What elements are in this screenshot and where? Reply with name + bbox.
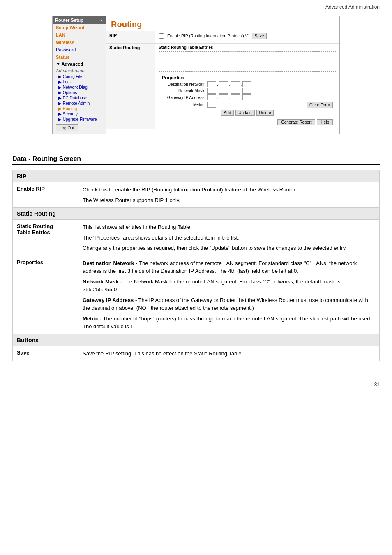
clear-form-button[interactable]: Clear Form <box>307 102 333 108</box>
prop-gateway-label: Gateway IP Address: <box>162 95 207 100</box>
sidebar-item-config-file[interactable]: ▶ Config File <box>53 74 106 79</box>
static-routing-subtitle: Static Routing Table Entries <box>159 45 336 50</box>
prop-mask-inputs: . . . <box>207 88 251 94</box>
table-row: Enable RIP Check this to enable the RIP … <box>13 182 380 208</box>
static-routing-content: Static Routing Table Entries Properties … <box>155 44 339 129</box>
prop-destination-label: Destination Network: <box>162 82 207 87</box>
table-row: RIP <box>13 170 380 182</box>
sidebar-item-wireless[interactable]: Wireless <box>53 39 106 46</box>
sidebar-item-pc-database[interactable]: ▶ PC Database <box>53 95 106 101</box>
sidebar-item-routing[interactable]: ▶ Routing <box>53 106 106 111</box>
rip-content: Enable RIP (Routing Information Protocol… <box>155 31 339 43</box>
header-title: Advanced Administration <box>325 4 380 10</box>
sidebar-advanced-label: ▼ Advanced <box>53 61 106 67</box>
sidebar-logout-area: Log Out <box>56 124 102 131</box>
prop-gw-4[interactable] <box>242 94 251 100</box>
table-row: Static Routing <box>13 208 380 220</box>
enable-rip-content: Check this to enable the RIP (Routing In… <box>78 182 380 208</box>
dest-network-text: Destination Network - The network addres… <box>83 259 375 275</box>
logout-button[interactable]: Log Out <box>56 124 78 131</box>
bottom-buttons: Generate Report Help <box>159 117 336 127</box>
prop-dest-4[interactable] <box>242 81 251 87</box>
static-routing-table-label: Static RoutingTable Entries <box>13 220 78 256</box>
prop-gw-2[interactable] <box>219 94 228 100</box>
prop-network-mask-label: Network Mask: <box>162 89 207 93</box>
sidebar-item-setup-wizard[interactable]: Setup Wizard <box>53 24 106 31</box>
page-number: 81 <box>0 378 392 391</box>
sidebar-arrow-icon: ▲ <box>99 18 103 22</box>
prop-gateway-row: Gateway IP Address: . . . <box>162 94 333 100</box>
static-routing-row: Static Routing Static Routing Table Entr… <box>106 44 339 129</box>
doc-table: RIP Enable RIP Check this to enable the … <box>12 170 380 361</box>
prop-metric-label: Metric: <box>162 102 207 107</box>
properties-section: Properties Destination Network: . . . <box>159 74 336 117</box>
prop-mask-2[interactable] <box>219 88 228 94</box>
save-doc-label: Save <box>13 346 78 361</box>
static-routing-section-header: Static Routing <box>13 208 380 220</box>
rip-section-header: RIP <box>13 170 380 182</box>
rip-label: RIP <box>106 31 155 43</box>
doc-title: Data - Routing Screen <box>12 155 380 165</box>
table-row: Properties Destination Network - The net… <box>13 256 380 334</box>
main-panel: Routing RIP Enable RIP (Routing Informat… <box>106 16 339 134</box>
prop-gw-3[interactable] <box>231 94 240 100</box>
sidebar-item-security[interactable]: ▶ Security <box>53 111 106 117</box>
save-doc-content: Save the RIP setting. This has no effect… <box>78 346 380 361</box>
prop-dest-1[interactable] <box>207 81 216 87</box>
static-routing-table-entries[interactable] <box>159 51 336 72</box>
page-header: Advanced Administration <box>0 0 392 12</box>
prop-mask-3[interactable] <box>231 88 240 94</box>
sidebar-item-lan[interactable]: LAN <box>53 31 106 39</box>
sidebar-item-upgrade-firmware[interactable]: ▶ Upgrade Firmware <box>53 117 106 122</box>
sidebar-header: Router Setup ▲ <box>53 16 106 24</box>
sidebar: Router Setup ▲ Setup Wizard LAN Wireless… <box>53 16 106 134</box>
prop-destination-row: Destination Network: . . . <box>162 81 333 87</box>
help-button[interactable]: Help <box>317 119 333 125</box>
rip-checkbox-label: Enable RIP (Routing Information Protocol… <box>167 34 250 38</box>
network-mask-text: Network Mask - The Network Mask for the … <box>83 278 375 294</box>
prop-mask-4[interactable] <box>242 88 251 94</box>
router-ui-screenshot: Router Setup ▲ Setup Wizard LAN Wireless… <box>52 16 340 134</box>
sidebar-item-network-diag[interactable]: ▶ Network Diag <box>53 85 106 90</box>
properties-doc-label: Properties <box>13 256 78 334</box>
enable-rip-text-2: The Wireless Router supports RIP 1 only. <box>83 196 375 205</box>
rip-enable-checkbox[interactable] <box>159 33 164 39</box>
properties-title: Properties <box>162 75 333 80</box>
prop-dest-3[interactable] <box>231 81 240 87</box>
delete-button[interactable]: Delete <box>256 110 274 116</box>
static-text-3: Change any the properties as required, t… <box>83 244 375 252</box>
enable-rip-label: Enable RIP <box>13 182 78 208</box>
prop-mask-1[interactable] <box>207 88 216 94</box>
sidebar-header-label: Router Setup <box>55 18 83 23</box>
table-row: Save Save the RIP setting. This has no e… <box>13 346 380 361</box>
rip-row: RIP Enable RIP (Routing Information Prot… <box>106 31 339 44</box>
metric-text: Metric - The number of "hops" (routers) … <box>83 315 375 331</box>
static-text-2: The "Properties" area shows details of t… <box>83 234 375 242</box>
table-row: Static RoutingTable Entries This list sh… <box>13 220 380 256</box>
prop-network-mask-row: Network Mask: . . . <box>162 88 333 94</box>
sidebar-item-status[interactable]: Status <box>53 53 106 61</box>
rip-save-button[interactable]: Save <box>252 33 267 39</box>
add-button[interactable]: Add <box>221 110 234 116</box>
update-button[interactable]: Update <box>235 110 254 116</box>
sidebar-item-password[interactable]: Password <box>53 46 106 53</box>
prop-dest-2[interactable] <box>219 81 228 87</box>
sidebar-item-logs[interactable]: ▶ Logs <box>53 79 106 85</box>
prop-destination-inputs: . . . <box>207 81 251 87</box>
prop-action-buttons: Add Update Delete <box>162 110 333 116</box>
prop-gw-1[interactable] <box>207 94 216 100</box>
prop-gateway-inputs: . . . <box>207 94 251 100</box>
table-row: Buttons <box>13 334 380 346</box>
generate-report-button[interactable]: Generate Report <box>277 119 316 125</box>
prop-metric-row: Metric: Clear Form <box>162 101 333 108</box>
sidebar-item-remote-admin[interactable]: ▶ Remote Admin <box>53 101 106 106</box>
properties-doc-content: Destination Network - The network addres… <box>78 256 380 334</box>
sidebar-item-options[interactable]: ▶ Options <box>53 90 106 95</box>
static-routing-table-content: This list shows all entries in the Routi… <box>78 220 380 256</box>
sidebar-administration-label: Administration <box>53 67 106 74</box>
prop-metric-input[interactable] <box>207 102 216 108</box>
buttons-section-header: Buttons <box>13 334 380 346</box>
static-routing-label: Static Routing <box>106 44 155 129</box>
gateway-ip-text: Gateway IP Address - The IP Address of t… <box>83 296 375 312</box>
save-text: Save the RIP setting. This has no effect… <box>83 350 375 358</box>
